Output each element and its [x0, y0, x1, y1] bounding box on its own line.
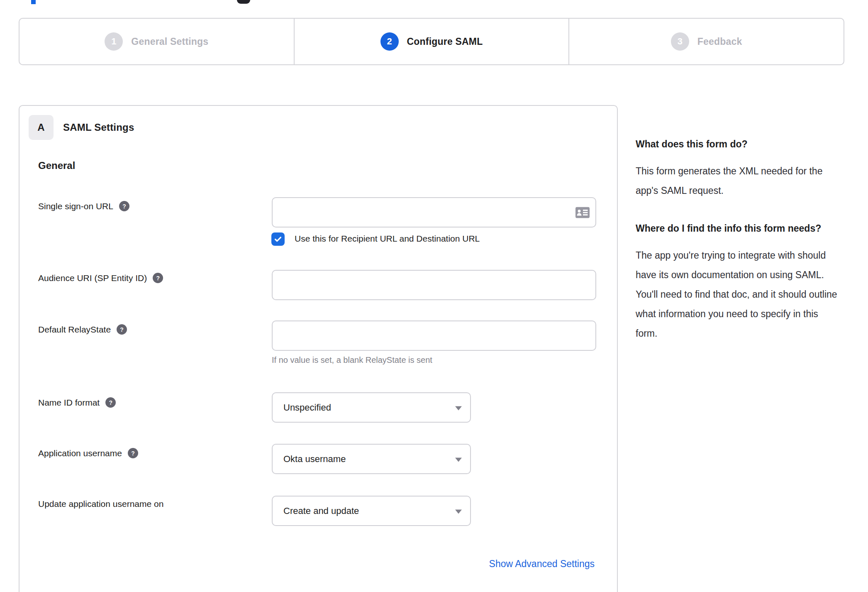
- general-section-heading: General: [38, 160, 75, 171]
- sso-url-label: Single sign-on URL: [38, 201, 113, 211]
- app-username-label: Application username: [38, 448, 122, 458]
- help-icon[interactable]: ?: [119, 201, 129, 211]
- saml-settings-panel: A SAML Settings General Single sign-on U…: [19, 105, 618, 592]
- step-1-label: General Settings: [131, 36, 208, 47]
- step-3-badge: 3: [671, 32, 689, 51]
- sso-url-input-wrap: [272, 197, 596, 228]
- help-heading: What does this form do?: [636, 135, 840, 153]
- caret-down-icon: [455, 406, 462, 410]
- section-a-badge: A: [29, 115, 54, 140]
- wizard-stepper: 1 General Settings 2 Configure SAML 3 Fe…: [19, 18, 844, 65]
- relay-state-label-row: Default RelayState ?: [38, 324, 127, 335]
- help-icon[interactable]: ?: [153, 273, 163, 283]
- checkmark-icon: [273, 235, 283, 244]
- caret-down-icon: [455, 457, 462, 462]
- help-sidebar: What does this form do? This form genera…: [636, 135, 840, 343]
- show-advanced-settings-link[interactable]: Show Advanced Settings: [489, 558, 595, 570]
- help-icon[interactable]: ?: [128, 448, 138, 458]
- help-icon[interactable]: ?: [117, 324, 127, 335]
- audience-uri-label: Audience URI (SP Entity ID): [38, 273, 147, 283]
- help-body: The app you're trying to integrate with …: [636, 246, 840, 343]
- name-id-format-select[interactable]: Unspecified: [272, 392, 471, 423]
- step-3-label: Feedback: [697, 36, 742, 47]
- cropped-logo-fragment: [31, 0, 36, 4]
- help-block-form-purpose: What does this form do? This form genera…: [636, 135, 840, 201]
- update-username-value: Create and update: [283, 506, 359, 516]
- audience-uri-input[interactable]: [272, 270, 596, 300]
- sso-url-label-row: Single sign-on URL ?: [38, 201, 129, 211]
- name-id-format-label-row: Name ID format ?: [38, 397, 116, 408]
- name-id-format-label: Name ID format: [38, 398, 100, 408]
- app-username-select[interactable]: Okta username: [272, 444, 471, 474]
- step-general-settings[interactable]: 1 General Settings: [20, 19, 295, 64]
- contact-card-icon[interactable]: [575, 207, 590, 218]
- relay-state-hint: If no value is set, a blank RelayState i…: [272, 355, 432, 365]
- recipient-url-checkbox[interactable]: [271, 232, 285, 246]
- recipient-url-checkbox-label[interactable]: Use this for Recipient URL and Destinati…: [295, 234, 480, 244]
- app-username-value: Okta username: [283, 454, 346, 465]
- step-configure-saml[interactable]: 2 Configure SAML: [295, 19, 570, 64]
- caret-down-icon: [455, 509, 462, 514]
- relay-state-input[interactable]: [272, 320, 596, 351]
- step-2-badge: 2: [380, 32, 399, 51]
- relay-state-input-wrap: [272, 320, 596, 351]
- step-2-label: Configure SAML: [407, 36, 483, 47]
- update-username-label: Update application username on: [38, 499, 163, 509]
- help-icon[interactable]: ?: [105, 397, 116, 408]
- audience-uri-label-row: Audience URI (SP Entity ID) ?: [38, 273, 163, 283]
- step-feedback[interactable]: 3 Feedback: [569, 19, 844, 64]
- relay-state-label: Default RelayState: [38, 325, 111, 335]
- name-id-format-value: Unspecified: [283, 402, 331, 413]
- sso-url-input[interactable]: [272, 197, 596, 228]
- help-heading: Where do I find the info this form needs…: [636, 220, 840, 237]
- audience-uri-input-wrap: [272, 270, 596, 300]
- help-body: This form generates the XML needed for t…: [636, 161, 840, 201]
- update-username-select[interactable]: Create and update: [272, 496, 471, 526]
- cropped-icon-fragment: [237, 0, 250, 4]
- update-username-label-row: Update application username on: [38, 499, 163, 509]
- app-username-label-row: Application username ?: [38, 448, 138, 458]
- panel-title: SAML Settings: [63, 122, 134, 133]
- step-1-badge: 1: [105, 32, 123, 51]
- help-block-find-info: Where do I find the info this form needs…: [636, 220, 840, 343]
